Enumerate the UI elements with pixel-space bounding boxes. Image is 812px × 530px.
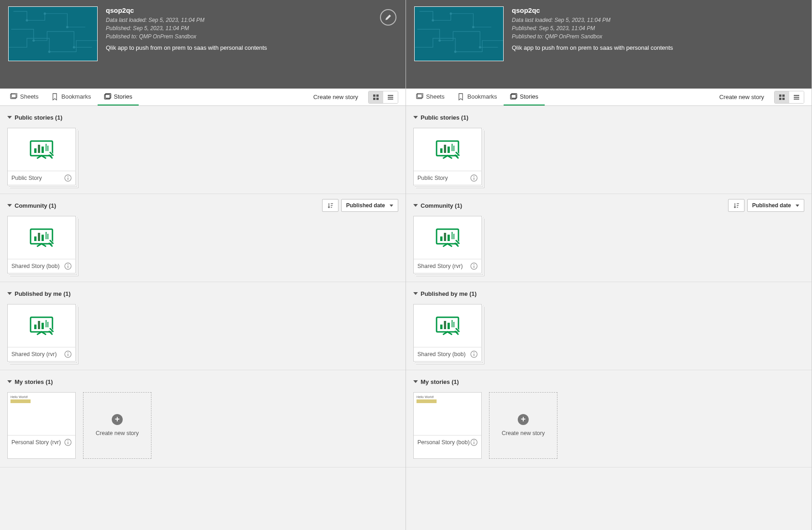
section-header[interactable]: My stories (1): [413, 375, 804, 388]
view-toggle: [774, 91, 804, 104]
caret-down-icon: [413, 380, 418, 383]
list-view-button[interactable]: [383, 91, 398, 103]
app-description: Qlik app to push from on prem to saas wi…: [512, 44, 803, 51]
story-title: Shared Story (rvr): [417, 263, 463, 270]
sort-order-button[interactable]: [728, 199, 744, 212]
bookmark-icon: [51, 93, 58, 100]
app-meta-published-to: Published to: QMP OnPrem Sandbox: [512, 32, 803, 41]
sort-field-dropdown[interactable]: Published date: [341, 199, 398, 212]
create-new-story-link[interactable]: Create new story: [307, 94, 364, 100]
info-icon[interactable]: [64, 439, 72, 446]
story-thumbnail: [414, 128, 481, 171]
app-thumbnail: [8, 6, 98, 61]
app-info: qsop2qc Data last loaded: Sep 5, 2023, 1…: [106, 6, 397, 61]
section-community: Community (1) Published date: [0, 194, 406, 282]
grid-view-button[interactable]: [369, 91, 383, 103]
plus-icon: +: [518, 414, 529, 425]
section-header[interactable]: Community (1) Published date: [413, 199, 804, 212]
app-meta-loaded: Data last loaded: Sep 5, 2023, 11:04 PM: [106, 16, 397, 24]
story-thumbnail: [8, 216, 75, 259]
info-icon[interactable]: [470, 351, 478, 358]
section-header[interactable]: Community (1) Published date: [7, 199, 398, 212]
story-card[interactable]: Shared Story (bob): [413, 304, 482, 362]
app-description: Qlik app to push from on prem to saas wi…: [106, 44, 397, 51]
hello-world-text: Hello World!: [416, 395, 434, 399]
section-header[interactable]: Published by me (1): [413, 287, 804, 300]
story-thumbnail: Hello World!: [8, 393, 75, 436]
list-icon: [793, 94, 800, 100]
chevron-down-icon: [796, 205, 799, 207]
stories-content: Public stories (1) Public Story Communit…: [406, 106, 812, 530]
caret-down-icon: [7, 292, 12, 295]
list-view-button[interactable]: [789, 91, 804, 103]
create-new-story-card[interactable]: + Create new story: [83, 392, 151, 459]
section-my-stories: My stories (1) Hello World! Personal Sto…: [0, 370, 406, 467]
tab-bookmarks[interactable]: Bookmarks: [451, 89, 503, 105]
section-header[interactable]: My stories (1): [7, 375, 398, 388]
info-icon[interactable]: [64, 174, 72, 182]
app-meta-published: Published: Sep 5, 2023, 11:04 PM: [512, 24, 803, 32]
grid-view-button[interactable]: [775, 91, 789, 103]
app-header: qsop2qc Data last loaded: Sep 5, 2023, 1…: [406, 0, 812, 89]
info-icon[interactable]: [64, 262, 72, 270]
section-published-by-me: Published by me (1) Shared Story (bob): [406, 282, 812, 370]
info-icon[interactable]: [470, 262, 478, 270]
tab-bookmarks[interactable]: Bookmarks: [45, 89, 97, 105]
placeholder-box: [10, 399, 31, 403]
info-icon[interactable]: [64, 351, 72, 358]
info-icon[interactable]: [470, 174, 478, 182]
tab-sheets[interactable]: Sheets: [4, 89, 45, 105]
sort-field-dropdown[interactable]: Published date: [747, 199, 804, 212]
story-title: Shared Story (bob): [417, 351, 466, 358]
section-header[interactable]: Published by me (1): [7, 287, 398, 300]
story-card[interactable]: Shared Story (rvr): [7, 304, 76, 362]
chart-easel-icon: [28, 315, 55, 337]
section-my-stories: My stories (1) Hello World! Personal Sto…: [406, 370, 812, 467]
tab-label: Sheets: [426, 93, 444, 100]
pencil-icon: [385, 14, 392, 21]
edit-button[interactable]: [380, 9, 396, 26]
sheets-icon: [10, 93, 17, 100]
story-card[interactable]: Hello World! Personal Story (rvr): [7, 392, 76, 459]
sort-order-button[interactable]: [322, 199, 338, 212]
section-published-by-me: Published by me (1) Shared Story (rvr): [0, 282, 406, 370]
section-community: Community (1) Published date: [406, 194, 812, 282]
tab-sheets[interactable]: Sheets: [410, 89, 451, 105]
list-icon: [387, 94, 394, 100]
section-title: My stories (1): [421, 378, 459, 385]
section-public-stories: Public stories (1) Public Story: [406, 106, 812, 194]
story-card[interactable]: Shared Story (rvr): [413, 216, 482, 273]
chart-easel-icon: [434, 315, 461, 337]
caret-down-icon: [413, 292, 418, 295]
plus-icon: +: [112, 414, 123, 425]
app-title: qsop2qc: [106, 6, 397, 14]
story-card[interactable]: Hello World! Personal Story (bob): [413, 392, 482, 459]
story-card[interactable]: Public Story: [413, 128, 482, 185]
create-new-story-card[interactable]: + Create new story: [489, 392, 557, 459]
story-title: Shared Story (rvr): [11, 351, 57, 358]
hello-world-text: Hello World!: [10, 395, 28, 399]
story-thumbnail: [8, 304, 75, 347]
create-new-story-link[interactable]: Create new story: [713, 94, 770, 100]
story-card[interactable]: Public Story: [7, 128, 76, 185]
section-title: My stories (1): [15, 378, 53, 385]
story-title: Public Story: [11, 175, 42, 182]
sort-label: Published date: [346, 202, 385, 209]
app-meta-published: Published: Sep 5, 2023, 11:04 PM: [106, 24, 397, 32]
caret-down-icon: [413, 204, 418, 207]
left-panel: qsop2qc Data last loaded: Sep 5, 2023, 1…: [0, 0, 406, 530]
stories-content: Public stories (1) Public Story Communi: [0, 106, 406, 530]
chart-easel-icon: [28, 226, 55, 249]
sort-label: Published date: [752, 202, 791, 209]
story-card[interactable]: Shared Story (bob): [7, 216, 76, 273]
info-icon[interactable]: [470, 439, 478, 446]
section-header[interactable]: Public stories (1): [7, 110, 398, 124]
tab-stories[interactable]: Stories: [504, 89, 545, 105]
section-header[interactable]: Public stories (1): [413, 110, 804, 124]
stories-icon: [104, 93, 111, 100]
tab-stories[interactable]: Stories: [98, 89, 139, 105]
placeholder-box: [416, 399, 437, 403]
section-title: Public stories (1): [421, 114, 468, 121]
chart-easel-icon: [434, 226, 461, 249]
story-title: Personal Story (rvr): [11, 439, 61, 446]
